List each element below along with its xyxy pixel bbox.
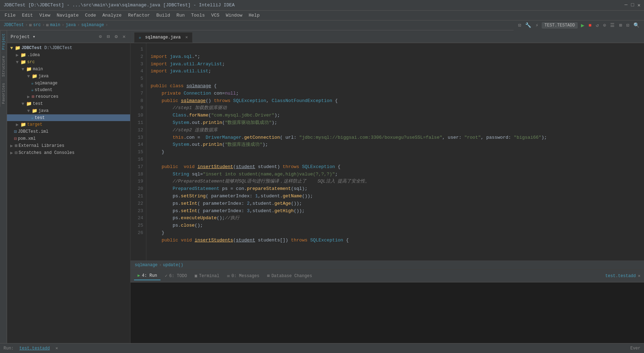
tree-item-main[interactable]: ▼ 📁 main: [7, 66, 130, 73]
tree-item-java-test[interactable]: ▼ 📁 java: [7, 107, 130, 114]
crumb-main[interactable]: main: [50, 23, 60, 28]
messages-tab-icon: ✉: [227, 273, 230, 279]
profiler-button[interactable]: ☰: [609, 22, 616, 29]
run-tab-close-icon[interactable]: ✕: [638, 273, 640, 279]
menu-window[interactable]: Window: [223, 12, 245, 19]
java-main-folder-icon: 📁: [32, 73, 37, 79]
menu-refactor[interactable]: Refactor: [125, 12, 153, 19]
tree-item-iml[interactable]: ⊡ JDBCTest.iml: [7, 128, 130, 135]
tab-close-icon[interactable]: ✕: [185, 35, 188, 40]
tree-label-test-class: test: [35, 115, 45, 120]
fire-icon[interactable]: ⚡: [534, 22, 539, 29]
tree-item-jdbctest[interactable]: ▼ 📁 JDBCTest D:\JDBCTest: [7, 44, 130, 52]
test-expand-icon: ▼: [20, 101, 26, 107]
menu-navigate[interactable]: Navigate: [54, 12, 81, 19]
tree-item-sqlmanage[interactable]: ☕ sqlmanage: [7, 80, 130, 86]
coverage-button[interactable]: ⊙: [602, 22, 607, 29]
tree-label-sqlmanage: sqlmanage: [35, 81, 57, 86]
breadcrumb-sqlmanage[interactable]: sqlmanage: [135, 263, 158, 268]
tree-label-scratches: Scratches and Consoles: [19, 150, 74, 155]
sidebar-title: Project ▾: [11, 34, 95, 40]
sync-icon[interactable]: ⊙: [98, 33, 103, 40]
menu-bar: File Edit View Navigate Code Analyze Ref…: [0, 11, 644, 20]
tab-label-sqlmanage: sqlmanage.java: [145, 35, 181, 40]
close-button[interactable]: ✕: [638, 2, 640, 8]
menu-run[interactable]: Run: [174, 12, 187, 19]
menu-view[interactable]: View: [36, 12, 53, 19]
search-everywhere-button[interactable]: 🔍: [632, 22, 640, 29]
settings-gear-icon[interactable]: ⚙: [114, 33, 119, 40]
project-folder-icon: 📁: [15, 45, 20, 51]
vertical-tab-project[interactable]: Project: [0, 30, 7, 53]
bottom-tab-todo[interactable]: ✓ 6: TODO: [161, 272, 190, 280]
toolbar-right: ⊡ 🔧 ⚡ TEST.TESTADD ▶ ■ ↺ ⊙ ☰ ⊞ ⊡ 🔍: [514, 20, 644, 30]
tree-item-external-libs[interactable]: ▶ ⊞ External Libraries: [7, 142, 130, 149]
db-changes-tab-label: Database Changes: [272, 274, 312, 279]
crumb-java[interactable]: java: [66, 23, 76, 28]
menu-help[interactable]: Help: [246, 12, 262, 19]
main-expand-icon: ▼: [20, 67, 26, 72]
crumb-src[interactable]: src: [33, 23, 41, 28]
resources-icon: ⊞: [32, 94, 35, 100]
crumb-sqlmanage[interactable]: sqlmanage: [81, 23, 104, 28]
tree-item-resources[interactable]: ▶ ⊞ resources: [7, 93, 130, 100]
tree-item-idea[interactable]: ▶ 📁 .idea: [7, 52, 130, 59]
code-editor[interactable]: import java.sql.*; import java.util.Arra…: [146, 43, 644, 261]
editor-tabs: ☕ sqlmanage.java ✕: [130, 30, 644, 43]
ext-libs-expand-icon: ▶: [8, 143, 15, 149]
tree-item-java-main[interactable]: ▼ 📁 java: [7, 73, 130, 80]
menu-tools[interactable]: Tools: [188, 12, 208, 19]
menu-code[interactable]: Code: [82, 12, 99, 19]
java-test-expand-icon: ▼: [25, 108, 32, 114]
left-sidebar-container: Project Structure Favorites Project ▾ ⊙ …: [0, 30, 130, 343]
target-folder-icon: 📁: [20, 122, 26, 127]
tree-label-target: target: [27, 122, 42, 127]
tree-item-scratches[interactable]: ▶ ⊟ Scratches and Consoles: [7, 149, 130, 156]
sidebar-close-icon[interactable]: ✕: [122, 33, 127, 40]
status-run-close[interactable]: ✕: [55, 346, 58, 351]
editor-tab-sqlmanage[interactable]: ☕ sqlmanage.java ✕: [134, 32, 193, 43]
tree-item-test[interactable]: ▼ 📁 test: [7, 100, 130, 107]
terminal-button[interactable]: ⊡: [625, 22, 630, 29]
run-button[interactable]: ▶: [580, 21, 585, 30]
src-expand-icon: ▼: [14, 60, 20, 65]
vertical-tab-structure[interactable]: Structure: [0, 53, 7, 79]
bottom-tab-terminal[interactable]: ▣ Terminal: [191, 272, 223, 280]
tree-item-target[interactable]: ▶ 📁 target: [7, 121, 130, 128]
menu-build[interactable]: Build: [153, 12, 173, 19]
minimize-button[interactable]: ─: [625, 2, 627, 8]
bottom-tab-messages[interactable]: ✉ 0: Messages: [224, 272, 263, 280]
bottom-content: [130, 282, 644, 343]
build-button[interactable]: ⊞: [618, 22, 623, 29]
bottom-tab-run[interactable]: ▶ 4: Run: [134, 271, 160, 280]
tree-item-pom[interactable]: ⊟ pom.xml: [7, 135, 130, 142]
ext-libs-icon: ⊞: [15, 143, 18, 149]
target-expand-icon: ▶: [14, 122, 20, 127]
sqlmanage-java-icon: ☕: [31, 80, 34, 86]
status-right: Ever: [630, 346, 640, 351]
menu-vcs[interactable]: VCS: [208, 12, 222, 19]
menu-file[interactable]: File: [2, 12, 18, 19]
stop-button[interactable]: ■: [588, 22, 593, 29]
maximize-button[interactable]: □: [631, 2, 634, 8]
menu-analyze[interactable]: Analyze: [99, 12, 124, 19]
tree-item-src[interactable]: ▼ 📁 src: [7, 59, 130, 66]
code-content[interactable]: 12345 678910 1112131415 1617181920 21222…: [130, 43, 644, 261]
collapse-icon[interactable]: ⊟: [106, 33, 111, 40]
db-changes-tab-icon: ⊞: [267, 273, 269, 279]
debug-config-icon[interactable]: 🔧: [524, 22, 532, 29]
rerun-button[interactable]: ↺: [595, 22, 600, 29]
status-bar: Run: test.testadd ✕ Ever: [0, 343, 644, 353]
bottom-tab-db-changes[interactable]: ⊞ Database Changes: [263, 272, 315, 280]
crumb-project[interactable]: JDBCTest: [4, 23, 24, 28]
status-run-item[interactable]: test.testadd: [19, 346, 50, 351]
run-icon[interactable]: ⊡: [517, 22, 522, 29]
tree-label-pom: pom.xml: [18, 136, 36, 141]
menu-edit[interactable]: Edit: [19, 12, 36, 19]
run-config-selector[interactable]: TEST.TESTADD: [542, 22, 578, 29]
tree-item-test-class[interactable]: ☕ test: [7, 114, 130, 121]
breadcrumb-update[interactable]: update(): [163, 263, 183, 268]
student-java-icon: ☕: [31, 87, 34, 92]
vertical-tab-favorites[interactable]: Favorites: [0, 80, 7, 107]
tree-item-student[interactable]: ☕ student: [7, 86, 130, 93]
